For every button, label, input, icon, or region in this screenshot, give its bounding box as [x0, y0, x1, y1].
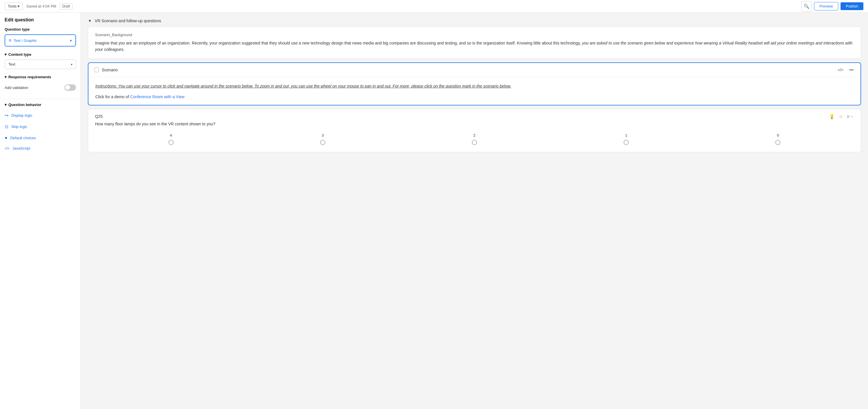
question-type-btn-left: ≡ Text / Graphic — [9, 38, 37, 43]
response-requirements-label: Response requirements — [8, 75, 51, 79]
question-type-button[interactable]: ≡ Text / Graphic ▾ — [5, 34, 76, 46]
q25-radio-0[interactable] — [775, 140, 780, 145]
q25-option-2: 2 — [472, 133, 477, 145]
q25-option-label-2: 2 — [473, 133, 475, 137]
default-choices-icon: ● — [5, 135, 7, 140]
saved-text: Saved at 4:04 PM — [26, 4, 56, 8]
q25-option-0: 0 — [775, 133, 780, 145]
display-logic-label: Display logic — [11, 113, 32, 118]
scenario-card-label: Scenario — [102, 68, 118, 72]
tools-label: Tools — [8, 4, 17, 8]
scenario-link-text: Click for a demo of Conference Room with… — [95, 94, 854, 99]
scenario-code-button[interactable]: </> — [837, 67, 845, 73]
q25-radio-3[interactable] — [320, 140, 326, 145]
q25-star-button[interactable]: ☆ — [839, 114, 843, 119]
scenario-checkbox[interactable] — [94, 68, 99, 72]
q25-option-label-3: 3 — [321, 133, 323, 137]
sidebar-divider — [0, 99, 81, 99]
group-label: VR Scenario and follow-up questions — [95, 19, 161, 23]
draft-badge: Draft — [60, 3, 72, 9]
javascript-label: JavaScript — [12, 146, 30, 151]
sidebar-title: Edit question — [0, 17, 81, 27]
sidebar: Edit question Question type ≡ Text / Gra… — [0, 13, 81, 409]
content-area: ▼ VR Scenario and follow-up questions Sc… — [81, 13, 868, 409]
scenario-background-body: Scenario_Background Imagine that you are… — [88, 27, 861, 59]
skip-logic-label: Skip logic — [11, 125, 27, 129]
response-requirements-header[interactable]: ▾ Response requirements — [5, 75, 76, 79]
question-type-header: Question type — [5, 27, 76, 31]
sidebar-item-javascript[interactable]: </> JavaScript — [0, 143, 81, 153]
scenario-instructions: Instructions: You can use your cursor to… — [95, 83, 854, 90]
content-type-chevron-icon: ▾ — [5, 52, 7, 57]
q25-option-3: 3 — [320, 133, 326, 145]
tools-chevron-icon: ▾ — [18, 4, 20, 8]
q25-card: Q25 💡 ☆ x→ How many floor lamps do you s… — [88, 109, 861, 152]
q25-option-label-1: 1 — [625, 133, 627, 137]
publish-button[interactable]: Publish — [841, 2, 863, 10]
q25-option-1: 1 — [624, 133, 629, 145]
question-behavior-section: ▾ Question behavior — [0, 102, 81, 107]
q25-carry-forward-button[interactable]: x→ — [847, 114, 854, 119]
content-type-label: Content type — [8, 52, 31, 57]
question-behavior-label: Question behavior — [8, 102, 41, 107]
q25-radio-1[interactable] — [624, 140, 629, 145]
main-layout: Edit question Question type ≡ Text / Gra… — [0, 13, 868, 409]
content-type-select[interactable]: Text Image Video — [5, 60, 76, 69]
topbar: Tools ▾ Saved at 4:04 PM Draft 🔍 Preview… — [0, 0, 868, 13]
javascript-icon: </> — [5, 147, 9, 151]
q25-question: How many floor lamps do you see in the V… — [88, 122, 861, 131]
content-type-section: ▾ Content type Text Image Video ▾ — [0, 52, 81, 69]
q25-label: Q25 — [95, 114, 102, 119]
question-type-chevron-icon: ▾ — [70, 38, 72, 43]
scenario-card-header-right: </> ••• — [837, 67, 855, 73]
scenario-link[interactable]: Conference Room with a View — [130, 94, 185, 99]
question-type-section: Question type ≡ Text / Graphic ▾ — [0, 27, 81, 46]
validation-label: Add validation — [5, 86, 28, 90]
q25-option-4: 4 — [168, 133, 174, 145]
q25-radio-2[interactable] — [472, 140, 477, 145]
question-behavior-chevron-icon: ▾ — [5, 102, 7, 107]
scenario-card: Scenario </> ••• Instructions: You can u… — [88, 62, 861, 105]
scenario-background-card: Scenario_Background Imagine that you are… — [88, 27, 861, 59]
toggle-thumb — [65, 85, 70, 90]
question-type-label: Question type — [5, 27, 30, 31]
q25-header: Q25 💡 ☆ x→ — [88, 109, 861, 122]
question-type-selected: Text / Graphic — [13, 38, 37, 43]
topbar-left: Tools ▾ Saved at 4:04 PM Draft — [5, 2, 72, 10]
search-icon: 🔍 — [804, 3, 809, 9]
q25-options: 4 3 2 1 0 — [88, 131, 861, 152]
preview-button[interactable]: Preview — [814, 2, 838, 10]
content-type-header[interactable]: ▾ Content type — [5, 52, 76, 57]
q25-bulb-button[interactable]: 💡 — [829, 114, 835, 119]
content-type-wrapper: Text Image Video ▾ — [5, 60, 76, 69]
question-behavior-header[interactable]: ▾ Question behavior — [5, 102, 76, 107]
q25-option-label-0: 0 — [777, 133, 779, 137]
scenario-background-label: Scenario_Background — [95, 33, 854, 37]
validation-row: Add validation — [5, 82, 76, 93]
q25-radio-4[interactable] — [168, 140, 174, 145]
group-header: ▼ VR Scenario and follow-up questions — [88, 19, 861, 23]
sidebar-item-display-logic[interactable]: ↪ Display logic — [0, 110, 81, 121]
response-requirements-section: ▾ Response requirements Add validation — [0, 75, 81, 93]
q25-actions: 💡 ☆ x→ — [829, 114, 854, 119]
tools-button[interactable]: Tools ▾ — [5, 2, 23, 10]
display-logic-icon: ↪ — [5, 113, 8, 118]
scenario-more-button[interactable]: ••• — [848, 67, 855, 73]
topbar-right: 🔍 Preview Publish — [801, 1, 863, 11]
text-graphic-icon: ≡ — [9, 38, 11, 43]
sidebar-item-default-choices[interactable]: ● Default choices — [0, 132, 81, 143]
response-req-chevron-icon: ▾ — [5, 75, 7, 79]
q25-option-label-4: 4 — [170, 133, 172, 137]
sidebar-item-skip-logic[interactable]: ⊙ Skip logic — [0, 121, 81, 132]
group-collapse-button[interactable]: ▼ — [88, 19, 92, 23]
scenario-background-text: Imagine that you are an employee of an o… — [95, 40, 854, 53]
scenario-card-header: Scenario </> ••• — [88, 63, 861, 77]
scenario-card-header-left: Scenario — [94, 68, 118, 72]
default-choices-label: Default choices — [10, 136, 36, 140]
scenario-bg-plain: Imagine that you are an employee of an o… — [95, 41, 582, 45]
scenario-content: Instructions: You can use your cursor to… — [88, 77, 861, 105]
search-button[interactable]: 🔍 — [801, 1, 812, 11]
skip-logic-icon: ⊙ — [5, 124, 8, 129]
validation-toggle[interactable] — [64, 84, 76, 91]
scenario-link-prefix: Click for a demo of — [95, 94, 130, 99]
